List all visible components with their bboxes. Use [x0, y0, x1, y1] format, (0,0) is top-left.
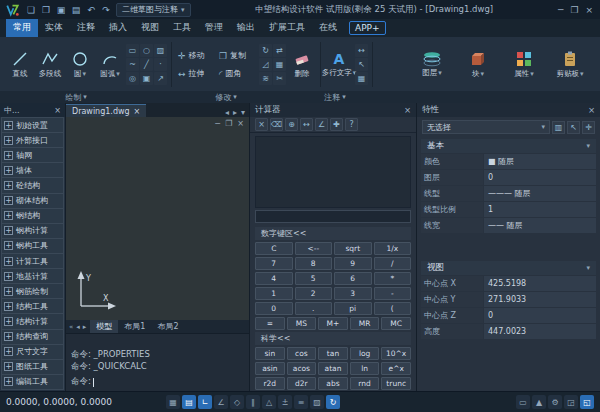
- expand-icon[interactable]: +: [4, 362, 13, 371]
- property-value[interactable]: 447.0023: [484, 324, 596, 339]
- ribbon-tab[interactable]: 扩展工具: [262, 19, 312, 37]
- calc-key[interactable]: pi: [334, 302, 372, 315]
- calc-sci-key[interactable]: acos: [287, 362, 317, 375]
- expand-icon[interactable]: +: [4, 241, 13, 250]
- copy-button[interactable]: ❐复制: [217, 47, 257, 64]
- dyn-icon[interactable]: ±: [278, 395, 292, 409]
- table-icon[interactable]: ▦: [355, 72, 368, 85]
- tab-list-icon[interactable]: ▾: [241, 108, 245, 117]
- calc-memory-key[interactable]: MR: [350, 317, 380, 330]
- ellipse-icon[interactable]: ○: [140, 44, 153, 57]
- intersection-icon[interactable]: ✚: [330, 118, 343, 131]
- numpad-section-header[interactable]: 数字键区<<: [255, 227, 411, 240]
- rotate-icon[interactable]: ↻: [259, 44, 272, 57]
- workspace-switcher[interactable]: 二维草图与注释 ▾: [116, 3, 191, 17]
- calc-sci-key[interactable]: asin: [255, 362, 285, 375]
- leader-icon[interactable]: ↖: [355, 58, 368, 71]
- scale-icon[interactable]: ◿: [259, 58, 272, 71]
- save-icon[interactable]: ▣: [54, 3, 68, 17]
- doc-minimize-icon[interactable]: ─: [215, 119, 220, 128]
- calc-key[interactable]: 2: [295, 287, 333, 300]
- calc-sci-key[interactable]: r2d: [255, 377, 285, 390]
- help-icon[interactable]: ?: [345, 118, 358, 131]
- calc-key[interactable]: *: [374, 272, 412, 285]
- sidebar-item[interactable]: + 砼结构: [1, 177, 64, 193]
- print-icon[interactable]: ▤: [69, 3, 83, 17]
- expand-icon[interactable]: +: [4, 302, 13, 311]
- calc-key[interactable]: 3: [334, 287, 372, 300]
- erase-button[interactable]: 删除: [288, 41, 316, 89]
- get-coordinates-icon[interactable]: ⊕: [285, 118, 298, 131]
- document-tab[interactable]: Drawing1.dwg ×: [66, 104, 146, 117]
- calc-key[interactable]: 7: [255, 257, 293, 270]
- calc-key[interactable]: 9: [334, 257, 372, 270]
- expand-icon[interactable]: +: [4, 317, 13, 326]
- sidebar-item[interactable]: + 结构工具: [1, 298, 64, 314]
- select-objects-icon[interactable]: ↖: [567, 121, 580, 134]
- sidebar-item[interactable]: + 图纸工具: [1, 359, 64, 375]
- clear-icon[interactable]: ×: [255, 118, 268, 131]
- calc-sci-key[interactable]: cos: [287, 347, 317, 360]
- layout-tab[interactable]: 布局1: [118, 320, 151, 333]
- sidebar-item[interactable]: + 尺寸文字: [1, 344, 64, 360]
- calc-key[interactable]: 5: [295, 272, 333, 285]
- scientific-section-header[interactable]: 科学<<: [255, 332, 411, 345]
- calc-memory-key[interactable]: MS: [287, 317, 317, 330]
- region-icon[interactable]: ▣: [140, 72, 153, 85]
- calc-key[interactable]: -: [374, 287, 412, 300]
- move-button[interactable]: ✛移动: [176, 47, 216, 64]
- fullscreen-icon[interactable]: ◱: [580, 395, 594, 409]
- layers-button[interactable]: 图层▾: [411, 41, 453, 89]
- ribbon-tab[interactable]: 常用: [6, 19, 38, 37]
- grid-icon[interactable]: ▤: [182, 395, 196, 409]
- arc-button[interactable]: 圆弧▾: [96, 41, 124, 89]
- calculator-history-pane[interactable]: [255, 136, 411, 208]
- doc-restore-icon[interactable]: ❐: [225, 119, 232, 128]
- xline-icon[interactable]: ╱: [140, 58, 153, 71]
- expand-icon[interactable]: +: [4, 257, 13, 266]
- expand-icon[interactable]: +: [4, 272, 13, 281]
- property-value[interactable]: ■ 随层: [484, 154, 596, 169]
- array-icon[interactable]: ▦: [273, 58, 286, 71]
- calc-sci-key[interactable]: tan: [318, 347, 348, 360]
- property-value[interactable]: 0: [484, 308, 596, 323]
- expand-icon[interactable]: +: [4, 121, 13, 130]
- workspace-gear-icon[interactable]: ⚙: [548, 395, 562, 409]
- command-input[interactable]: 命令:: [71, 376, 244, 388]
- calc-key[interactable]: 8: [295, 257, 333, 270]
- annotate-panel-label[interactable]: 注释▾: [300, 92, 370, 103]
- toggle-pickadd-icon[interactable]: ✛: [582, 121, 595, 134]
- property-value[interactable]: 1: [484, 202, 596, 217]
- close-icon[interactable]: ×: [134, 107, 141, 116]
- annotation-scale-icon[interactable]: ▲: [532, 395, 546, 409]
- ray-icon[interactable]: ↗: [154, 72, 167, 85]
- prev-layout-icon[interactable]: ◂: [76, 323, 80, 331]
- calc-sci-key[interactable]: rnd: [350, 377, 380, 390]
- expand-icon[interactable]: +: [4, 166, 13, 175]
- sidebar-item[interactable]: + 钢构计算: [1, 223, 64, 239]
- ribbon-tab[interactable]: 插入: [102, 19, 134, 37]
- expand-icon[interactable]: +: [4, 332, 13, 341]
- sidebar-item[interactable]: + 结构计算: [1, 313, 64, 329]
- section-basic[interactable]: 基本 ▾: [421, 139, 596, 153]
- calc-sci-key[interactable]: atan: [318, 362, 348, 375]
- sidebar-item[interactable]: + 结构查询: [1, 329, 64, 345]
- ortho-icon[interactable]: ∟: [198, 395, 212, 409]
- spline-icon[interactable]: ~: [126, 58, 139, 71]
- modify-panel-label[interactable]: 修改▾: [152, 92, 300, 103]
- undo-icon[interactable]: ↶: [84, 3, 98, 17]
- expand-icon[interactable]: +: [4, 377, 13, 386]
- block-button[interactable]: 块▾: [457, 41, 499, 89]
- tab-scroll-right-icon[interactable]: ▸: [233, 108, 237, 117]
- redo-icon[interactable]: ↷: [99, 3, 113, 17]
- sidebar-item[interactable]: + 钢构工具: [1, 238, 64, 254]
- open-file-icon[interactable]: ❐: [39, 3, 53, 17]
- ribbon-tab[interactable]: 管理: [198, 19, 230, 37]
- sidebar-item[interactable]: + 砌体结构: [1, 193, 64, 209]
- layout-tab[interactable]: 模型: [90, 320, 118, 333]
- sidebar-item[interactable]: + 初始设置: [1, 117, 64, 133]
- restore-icon[interactable]: ❐: [570, 5, 578, 15]
- clear-history-icon[interactable]: ⌫: [270, 118, 283, 131]
- ducs-icon[interactable]: △: [262, 395, 276, 409]
- circle-button[interactable]: 圆▾: [66, 41, 94, 89]
